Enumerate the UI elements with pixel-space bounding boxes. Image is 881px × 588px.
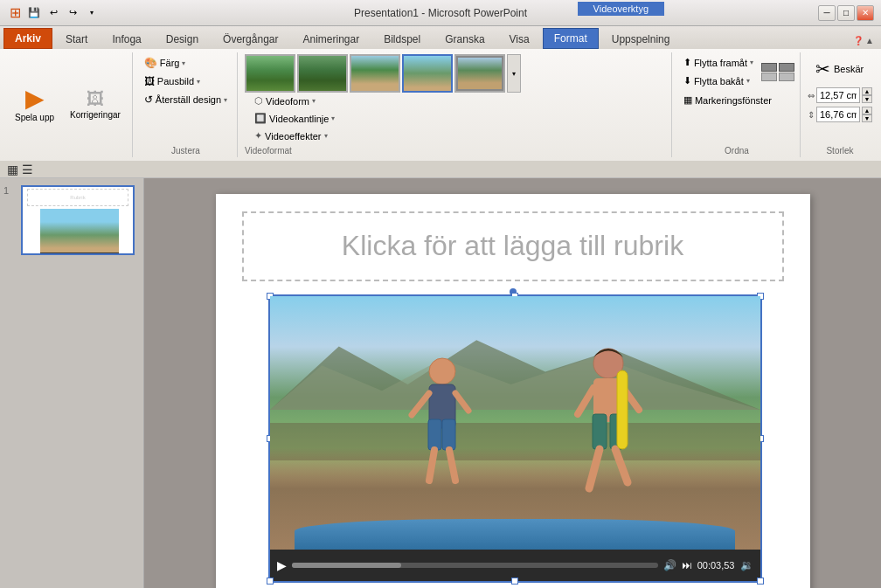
width-input[interactable] <box>816 87 860 103</box>
pausbild-label: Pausbild <box>157 76 194 86</box>
videoeffekter-button[interactable]: ✦ Videoeffekter ▾ <box>250 128 666 144</box>
tab-design[interactable]: Design <box>155 28 210 49</box>
handle-bottom-center[interactable] <box>511 578 518 585</box>
video-style-3[interactable] <box>350 54 400 93</box>
svg-rect-12 <box>593 414 607 449</box>
justera-buttons: 🎨 Färg ▾ 🖼 Pausbild ▾ ↺ Återställ design… <box>140 54 232 144</box>
ribbon-content: ▶ Spela upp 🖼 Korrigeringar 🎨 Färg ▾ 🖼 P… <box>0 49 881 161</box>
ordna-label: Ordna <box>679 144 794 156</box>
preview-group-label <box>9 154 127 156</box>
ordna-col-2 <box>761 54 794 89</box>
videoform-icon: ⬡ <box>254 95 263 107</box>
flytta-bakat-button[interactable]: ⬇ Flytta bakåt ▾ <box>679 73 758 89</box>
title-controls: ─ □ ✕ <box>818 5 874 21</box>
video-content <box>270 296 760 550</box>
next-frame-icon[interactable]: ⏭ <box>682 559 692 571</box>
width-spinner[interactable]: ▲ ▼ <box>862 87 872 103</box>
slide-thumbnail-1[interactable]: Rubrik <box>21 185 135 255</box>
video-progress-bar[interactable] <box>292 563 658 568</box>
video-play-button[interactable]: ▶ <box>277 558 287 572</box>
canvas-area: Klicka för att lägga till rubrik <box>144 178 881 588</box>
volume-control-icon[interactable]: 🔉 <box>740 559 753 571</box>
gallery-expand-button[interactable]: ▾ <box>507 54 521 93</box>
minimize-ribbon-icon[interactable]: ▲ <box>865 36 874 45</box>
video-element[interactable]: ▶ 🔊 ⏭ 00:03,53 🔉 <box>268 294 762 583</box>
pausbild-button[interactable]: 🖼 Pausbild ▾ <box>140 73 205 90</box>
besk-label: Beskär <box>834 64 864 74</box>
korr-label: Korrigeringar <box>70 110 121 120</box>
video-style-2[interactable] <box>297 54 348 93</box>
main-area: 1 Rubrik Klicka för att lägga till rubri… <box>0 178 881 588</box>
spela-upp-button[interactable]: ▶ Spela upp <box>9 82 60 127</box>
undo-icon[interactable]: ↩ <box>45 5 61 21</box>
save-icon[interactable]: 💾 <box>26 5 42 21</box>
aterstall-button[interactable]: ↺ Återställ design ▾ <box>140 91 232 108</box>
close-button[interactable]: ✕ <box>857 5 874 21</box>
tab-bildspel[interactable]: Bildspel <box>372 28 432 49</box>
ordna-content: ⬆ Flytta framåt ▾ ⬇ Flytta bakåt ▾ <box>679 54 794 144</box>
aterstall-icon: ↺ <box>144 93 153 106</box>
panel-icons[interactable]: ▦ ☰ <box>7 163 33 176</box>
volume-icon[interactable]: 🔊 <box>663 559 676 571</box>
korrigeringar-button[interactable]: 🖼 Korrigeringar <box>64 85 127 124</box>
videoform-button[interactable]: ⬡ Videoform ▾ <box>250 93 666 109</box>
besk-button[interactable]: ✂ Beskär <box>808 54 871 84</box>
svg-point-2 <box>429 358 455 384</box>
powerpoint-logo-icon: ⊞ <box>7 5 23 21</box>
svg-line-9 <box>455 393 468 411</box>
flytta-framat-dd: ▾ <box>750 59 753 66</box>
title-bar: ⊞ 💾 ↩ ↪ ▾ Presentation1 - Microsoft Powe… <box>0 0 881 26</box>
tab-format[interactable]: Format <box>543 28 599 49</box>
slides-panel-icon[interactable]: ▦ <box>7 163 18 176</box>
redo-icon[interactable]: ↪ <box>65 5 80 21</box>
width-label: ⇔ <box>808 91 815 100</box>
height-label: ⇕ <box>808 110 815 120</box>
video-style-4[interactable] <box>402 54 453 93</box>
ribbon-group-storlek: ✂ Beskär ⇔ ▲ ▼ ⇕ ▲ ▼ Storlek <box>802 52 878 157</box>
storlek-content: ✂ Beskär ⇔ ▲ ▼ ⇕ ▲ ▼ <box>808 54 872 144</box>
videokantlinje-icon: 🔲 <box>254 113 267 124</box>
tab-visa[interactable]: Visa <box>498 28 541 49</box>
tab-granska[interactable]: Granska <box>434 28 496 49</box>
ribbon-group-ordna: ⬆ Flytta framåt ▾ ⬇ Flytta bakåt ▾ <box>674 52 801 157</box>
flytta-framat-button[interactable]: ⬆ Flytta framåt ▾ <box>679 54 758 71</box>
handle-bottom-right[interactable] <box>757 578 764 585</box>
videoeffekter-dd: ▾ <box>324 132 328 140</box>
tab-overganger[interactable]: Övergångar <box>212 28 289 49</box>
svg-line-7 <box>449 450 455 481</box>
svg-rect-4 <box>428 419 441 450</box>
video-style-5[interactable] <box>454 54 505 93</box>
storlek-label: Storlek <box>808 144 872 156</box>
handle-bottom-left[interactable] <box>267 578 274 585</box>
height-down-button[interactable]: ▼ <box>862 114 872 122</box>
svg-line-15 <box>615 449 628 482</box>
markfonstret-icon: ▦ <box>683 94 692 106</box>
markfonstret-button[interactable]: ▦ Markeringsfönster <box>679 92 776 108</box>
pausbild-dropdown-arrow: ▾ <box>197 78 200 86</box>
video-style-1[interactable] <box>245 54 295 93</box>
farg-button[interactable]: 🎨 Färg ▾ <box>140 54 191 72</box>
spela-upp-label: Spela upp <box>15 113 54 122</box>
tab-animeringar[interactable]: Animeringar <box>291 28 371 49</box>
width-down-button[interactable]: ▼ <box>862 95 872 103</box>
tab-uppspelning[interactable]: Uppspelning <box>600 28 682 49</box>
width-up-button[interactable]: ▲ <box>862 87 872 95</box>
farg-label: Färg <box>160 58 180 68</box>
height-up-button[interactable]: ▲ <box>862 107 872 114</box>
restore-button[interactable]: □ <box>837 5 855 21</box>
svg-line-6 <box>429 450 434 481</box>
help-icon[interactable]: ❓ <box>853 36 864 45</box>
besk-icon: ✂ <box>815 59 830 80</box>
outline-panel-icon[interactable]: ☰ <box>22 163 33 176</box>
video-time: 00:03,53 <box>697 560 735 571</box>
height-spinner[interactable]: ▲ ▼ <box>862 107 872 122</box>
minimize-button[interactable]: ─ <box>818 5 836 21</box>
videokantlinje-button[interactable]: 🔲 Videokantlinje ▾ <box>250 110 666 127</box>
slide-number-1: 1 <box>3 185 17 196</box>
customize-icon[interactable]: ▾ <box>84 5 100 21</box>
height-input[interactable] <box>816 107 860 122</box>
title-placeholder[interactable]: Klicka för att lägga till rubrik <box>242 211 784 281</box>
tab-start[interactable]: Start <box>54 28 99 49</box>
tab-infoga[interactable]: Infoga <box>101 28 152 49</box>
tab-arkiv[interactable]: Arkiv <box>3 28 52 49</box>
